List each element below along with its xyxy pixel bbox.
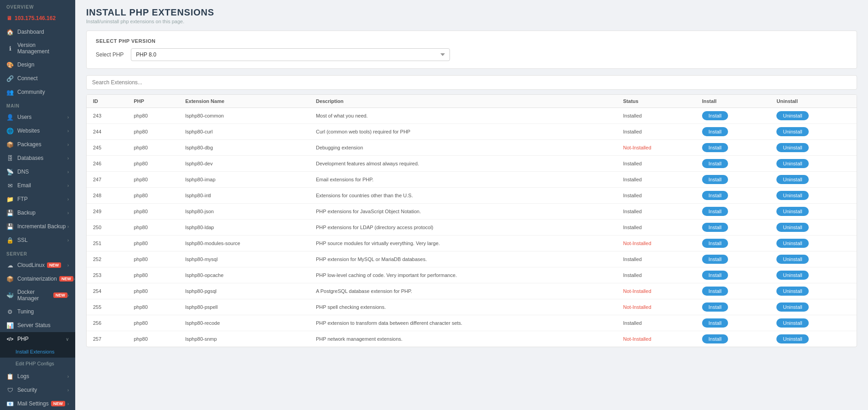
sidebar-item-cloudlinux[interactable]: ☁ CloudLinux NEW › (0, 258, 75, 272)
new-badge: NEW (53, 292, 67, 298)
cell-id: 251 (87, 236, 127, 251)
main-section-label: MAIN (0, 99, 75, 110)
uninstall-button[interactable]: Uninstall (776, 334, 808, 343)
uninstall-button[interactable]: Uninstall (776, 191, 808, 200)
search-input[interactable] (92, 79, 851, 86)
chevron-down-icon: ∨ (66, 337, 69, 342)
sidebar-item-community[interactable]: 👥 Community (0, 85, 75, 99)
sidebar-item-connect[interactable]: 🔗 Connect (0, 72, 75, 85)
sidebar-item-docker-manager[interactable]: 🐳 Docker Manager NEW › (0, 286, 75, 305)
install-button[interactable]: Install (702, 255, 728, 264)
uninstall-button[interactable]: Uninstall (776, 302, 808, 312)
table-row: 248 php80 lsphp80-intl Extensions for co… (87, 188, 857, 204)
sidebar-item-design[interactable]: 🎨 Design (0, 58, 75, 72)
cell-install-action: Install (696, 331, 770, 347)
uninstall-button[interactable]: Uninstall (776, 127, 808, 136)
uninstall-button[interactable]: Uninstall (776, 318, 808, 328)
cell-status: Installed (617, 108, 696, 124)
install-button[interactable]: Install (702, 334, 728, 343)
cell-status: Not-Installed (617, 140, 696, 156)
overview-section-label: OVERVIEW (0, 0, 75, 11)
cell-status: Not-Installed (617, 331, 696, 347)
install-button[interactable]: Install (702, 175, 728, 184)
sidebar-item-dashboard[interactable]: 🏠 Dashboard (0, 25, 75, 39)
uninstall-button[interactable]: Uninstall (776, 143, 808, 152)
sidebar-item-incremental-backup[interactable]: 💾 Incremental Backup › (0, 220, 75, 233)
sidebar-item-server-status[interactable]: 📊 Server Status (0, 318, 75, 332)
sidebar-sub-edit-php-configs[interactable]: Edit PHP Configs (0, 358, 75, 369)
install-button[interactable]: Install (702, 111, 728, 120)
sidebar-item-dns[interactable]: 📡 DNS › (0, 165, 75, 179)
install-button[interactable]: Install (702, 239, 728, 248)
logs-icon: 📋 (6, 373, 14, 380)
install-button[interactable]: Install (702, 287, 728, 296)
tuning-icon: ⚙ (6, 308, 14, 315)
table-row: 254 php80 lsphp80-pgsql A PostgreSQL dat… (87, 283, 857, 299)
chevron-right-icon: › (67, 263, 69, 268)
install-button[interactable]: Install (702, 271, 728, 280)
cell-install-action: Install (696, 299, 770, 315)
install-button[interactable]: Install (702, 302, 728, 312)
chevron-right-icon: › (67, 238, 69, 243)
sidebar-item-logs[interactable]: 📋 Logs › (0, 369, 75, 383)
uninstall-button[interactable]: Uninstall (776, 159, 808, 168)
sidebar-item-databases[interactable]: 🗄 Databases › (0, 151, 75, 165)
cell-uninstall-action: Uninstall (770, 188, 857, 204)
install-button[interactable]: Install (702, 318, 728, 328)
server-ip[interactable]: 🖥 103.175.146.162 (0, 11, 75, 25)
sidebar-item-tuning[interactable]: ⚙ Tuning (0, 305, 75, 318)
sidebar-sub-install-extensions[interactable]: Install Extensions (0, 346, 75, 358)
uninstall-button[interactable]: Uninstall (776, 175, 808, 184)
cell-id: 246 (87, 156, 127, 172)
sidebar-item-backup[interactable]: 💾 Backup › (0, 206, 75, 220)
cell-extension-name: lsphp80-common (179, 108, 310, 124)
backup-icon: 💾 (6, 209, 14, 216)
ftp-icon: 📁 (6, 195, 14, 203)
php-version-box: SELECT PHP VERSION Select PHP PHP 8.0 PH… (86, 31, 857, 69)
uninstall-button[interactable]: Uninstall (776, 287, 808, 296)
uninstall-button[interactable]: Uninstall (776, 207, 808, 216)
cell-extension-name: lsphp80-modules-source (179, 236, 310, 251)
cell-description: PHP low-level caching of code. Very impo… (310, 267, 617, 283)
cell-description: PHP network management extensions. (310, 331, 617, 347)
col-id: ID (87, 95, 127, 108)
uninstall-button[interactable]: Uninstall (776, 111, 808, 120)
uninstall-button[interactable]: Uninstall (776, 239, 808, 248)
sidebar-item-email[interactable]: ✉ Email › (0, 179, 75, 192)
php-select-row: Select PHP PHP 8.0 PHP 7.4 PHP 7.3 PHP 7… (96, 48, 847, 61)
sidebar-item-websites[interactable]: 🌐 Websites › (0, 124, 75, 138)
sidebar-item-security[interactable]: 🛡 Security › (0, 383, 75, 397)
sidebar-item-ftp[interactable]: 📁 FTP › (0, 192, 75, 206)
cell-uninstall-action: Uninstall (770, 140, 857, 156)
cell-description: Debugging extension (310, 140, 617, 156)
sidebar-item-mail-settings[interactable]: 📧 Mail Settings NEW › (0, 397, 75, 410)
install-button[interactable]: Install (702, 223, 728, 232)
sidebar-item-ssl[interactable]: 🔒 SSL › (0, 233, 75, 247)
cloudlinux-icon: ☁ (6, 261, 14, 269)
php-version-select[interactable]: PHP 8.0 PHP 7.4 PHP 7.3 PHP 7.2 PHP 7.1 (131, 48, 450, 61)
sidebar-item-users[interactable]: 👤 Users › (0, 110, 75, 124)
sidebar-item-php[interactable]: </> PHP ∨ (0, 332, 75, 346)
install-button[interactable]: Install (702, 191, 728, 200)
cell-uninstall-action: Uninstall (770, 251, 857, 267)
table-row: 245 php80 lsphp80-dbg Debugging extensio… (87, 140, 857, 156)
connect-icon: 🔗 (6, 75, 14, 82)
cell-id: 249 (87, 204, 127, 220)
cell-install-action: Install (696, 267, 770, 283)
uninstall-button[interactable]: Uninstall (776, 223, 808, 232)
sidebar-item-containerization[interactable]: 📦 Containerization NEW › (0, 272, 75, 286)
cell-uninstall-action: Uninstall (770, 220, 857, 236)
install-button[interactable]: Install (702, 159, 728, 168)
sidebar-item-packages[interactable]: 📦 Packages › (0, 138, 75, 151)
install-button[interactable]: Install (702, 207, 728, 216)
cell-description: PHP extensions for JavaScript Object Not… (310, 204, 617, 220)
sidebar-item-version-management[interactable]: ℹ Version Management (0, 39, 75, 58)
install-button[interactable]: Install (702, 143, 728, 152)
install-button[interactable]: Install (702, 127, 728, 136)
databases-icon: 🗄 (6, 154, 14, 162)
uninstall-button[interactable]: Uninstall (776, 255, 808, 264)
cell-uninstall-action: Uninstall (770, 331, 857, 347)
uninstall-button[interactable]: Uninstall (776, 271, 808, 280)
cell-status: Not-Installed (617, 299, 696, 315)
cell-install-action: Install (696, 156, 770, 172)
